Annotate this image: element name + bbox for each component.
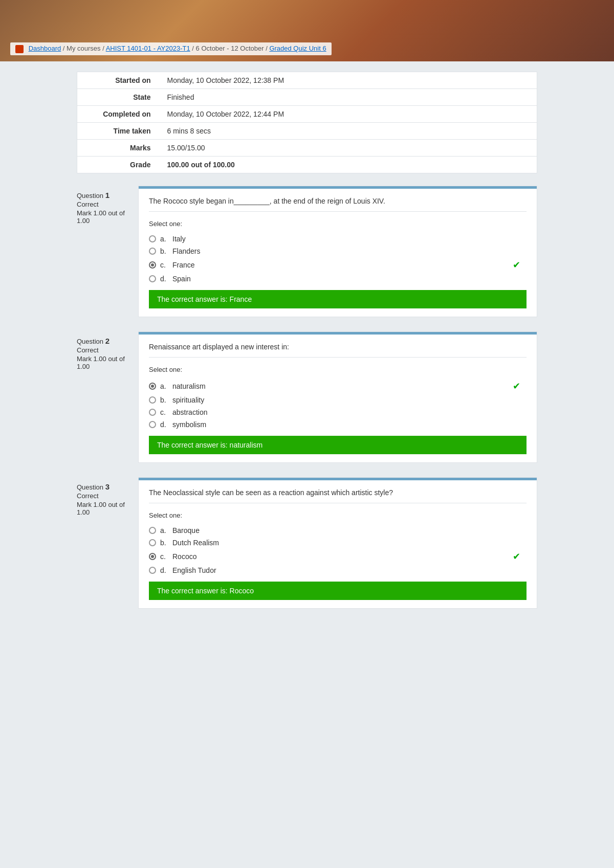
question-main-3: The Neoclassical style can be seen as a … — [138, 477, 537, 609]
question-block-1: Question 1 Correct Mark 1.00 out of 1.00… — [77, 186, 537, 317]
options-list-2: a.naturalism✔b.spiritualityc.abstraction… — [149, 379, 527, 431]
questions-container: Question 1 Correct Mark 1.00 out of 1.00… — [77, 186, 537, 609]
select-one-label-2: Select one: — [149, 366, 527, 373]
time-taken-value: 6 mins 8 secs — [159, 123, 537, 140]
option-letter-3-3: d. — [160, 566, 168, 574]
dashboard-link[interactable]: Dashboard — [29, 44, 61, 52]
option-text-1-1: Flanders — [172, 247, 527, 255]
question-text-2: Renaissance art displayed a new interest… — [149, 343, 527, 358]
option-letter-2-2: c. — [160, 408, 168, 416]
question-label-1: Question 1 — [77, 191, 132, 199]
question-text-3: The Neoclassical style can be seen as a … — [149, 488, 527, 503]
grade-label: Grade — [77, 157, 159, 173]
option-letter-3-2: c. — [160, 552, 168, 561]
option-text-1-2: France — [172, 261, 513, 269]
summary-started-on: Started on Monday, 10 October 2022, 12:3… — [77, 72, 537, 89]
option-text-2-1: spirituality — [172, 396, 527, 404]
moodle-logo-icon — [15, 45, 24, 53]
option-text-2-0: naturalism — [172, 382, 513, 390]
question-block-2: Question 2 Correct Mark 1.00 out of 1.00… — [77, 331, 537, 463]
state-label: State — [77, 89, 159, 106]
radio-1-0 — [149, 235, 156, 242]
option-1-3: d.Spain — [149, 273, 527, 285]
option-letter-1-3: d. — [160, 275, 168, 283]
radio-3-3 — [149, 567, 156, 574]
option-3-1: b.Dutch Realism — [149, 537, 527, 549]
question-mark-2: Mark 1.00 out of 1.00 — [77, 355, 132, 370]
question-sidebar-2: Question 2 Correct Mark 1.00 out of 1.00 — [77, 331, 138, 463]
completed-on-value: Monday, 10 October 2022, 12:44 PM — [159, 106, 537, 123]
summary-grade: Grade 100.00 out of 100.00 — [77, 157, 537, 173]
question-sidebar-1: Question 1 Correct Mark 1.00 out of 1.00 — [77, 186, 138, 317]
option-letter-1-2: c. — [160, 261, 168, 269]
question-status-2: Correct — [77, 346, 132, 354]
option-letter-3-1: b. — [160, 539, 168, 547]
option-2-2: c.abstraction — [149, 406, 527, 418]
option-3-0: a.Baroque — [149, 524, 527, 537]
quiz-link[interactable]: Graded Quiz Unit 6 — [269, 44, 326, 52]
question-status-1: Correct — [77, 201, 132, 208]
breadcrumb-my-courses: My courses — [67, 44, 100, 52]
option-text-2-3: symbolism — [172, 420, 527, 429]
course-link[interactable]: AHIST 1401-01 - AY2023-T1 — [106, 44, 190, 52]
question-sidebar-3: Question 3 Correct Mark 1.00 out of 1.00 — [77, 477, 138, 609]
correct-answer-bar-2: The correct answer is: naturalism — [149, 436, 527, 454]
question-text-1: The Rococo style began in_________, at t… — [149, 197, 527, 212]
radio-1-2 — [149, 261, 156, 269]
summary-table: Started on Monday, 10 October 2022, 12:3… — [77, 72, 537, 173]
option-3-3: d.English Tudor — [149, 564, 527, 576]
question-body-2: Renaissance art displayed a new interest… — [139, 335, 537, 462]
option-text-3-3: English Tudor — [172, 566, 527, 574]
radio-2-3 — [149, 421, 156, 428]
breadcrumb-sep3: / — [192, 44, 195, 52]
checkmark-icon-2-0: ✔ — [513, 381, 527, 392]
started-on-value: Monday, 10 October 2022, 12:38 PM — [159, 72, 537, 89]
option-letter-1-1: b. — [160, 247, 168, 255]
question-main-1: The Rococo style began in_________, at t… — [138, 186, 537, 317]
options-list-3: a.Baroqueb.Dutch Realismc.Rococo✔d.Engli… — [149, 524, 527, 576]
state-value: Finished — [159, 89, 537, 106]
option-letter-2-1: b. — [160, 396, 168, 404]
breadcrumb-sep1: / — [63, 44, 67, 52]
course-banner: Dashboard / My courses / AHIST 1401-01 -… — [0, 0, 614, 61]
option-1-0: a.Italy — [149, 233, 527, 245]
option-letter-2-3: d. — [160, 420, 168, 429]
radio-3-1 — [149, 539, 156, 546]
radio-2-2 — [149, 409, 156, 416]
main-content: Started on Monday, 10 October 2022, 12:3… — [72, 61, 542, 633]
summary-time-taken: Time taken 6 mins 8 secs — [77, 123, 537, 140]
summary-marks: Marks 15.00/15.00 — [77, 140, 537, 157]
option-text-3-2: Rococo — [172, 552, 513, 561]
correct-answer-bar-1: The correct answer is: France — [149, 290, 527, 308]
radio-3-0 — [149, 527, 156, 534]
option-text-3-0: Baroque — [172, 526, 527, 535]
question-status-3: Correct — [77, 492, 132, 500]
select-one-label-3: Select one: — [149, 511, 527, 519]
correct-answer-bar-3: The correct answer is: Rococo — [149, 582, 527, 600]
select-one-label-1: Select one: — [149, 220, 527, 228]
option-2-0: a.naturalism✔ — [149, 379, 527, 394]
radio-1-3 — [149, 275, 156, 282]
checkmark-icon-3-2: ✔ — [513, 551, 527, 562]
started-on-label: Started on — [77, 72, 159, 89]
breadcrumb: Dashboard / My courses / AHIST 1401-01 -… — [10, 42, 332, 55]
question-label-2: Question 2 — [77, 337, 132, 345]
option-1-1: b.Flanders — [149, 245, 527, 257]
radio-1-1 — [149, 248, 156, 255]
question-mark-1: Mark 1.00 out of 1.00 — [77, 209, 132, 225]
option-text-2-2: abstraction — [172, 408, 527, 416]
question-label-3: Question 3 — [77, 482, 132, 491]
summary-state: State Finished — [77, 89, 537, 106]
option-text-3-1: Dutch Realism — [172, 539, 527, 547]
option-2-1: b.spirituality — [149, 394, 527, 406]
checkmark-icon-1-2: ✔ — [513, 259, 527, 271]
question-main-2: Renaissance art displayed a new interest… — [138, 331, 537, 463]
option-2-3: d.symbolism — [149, 418, 527, 431]
grade-value: 100.00 out of 100.00 — [159, 157, 537, 173]
time-taken-label: Time taken — [77, 123, 159, 140]
option-1-2: c.France✔ — [149, 257, 527, 273]
question-mark-3: Mark 1.00 out of 1.00 — [77, 501, 132, 516]
marks-value: 15.00/15.00 — [159, 140, 537, 157]
marks-label: Marks — [77, 140, 159, 157]
option-letter-2-0: a. — [160, 382, 168, 390]
